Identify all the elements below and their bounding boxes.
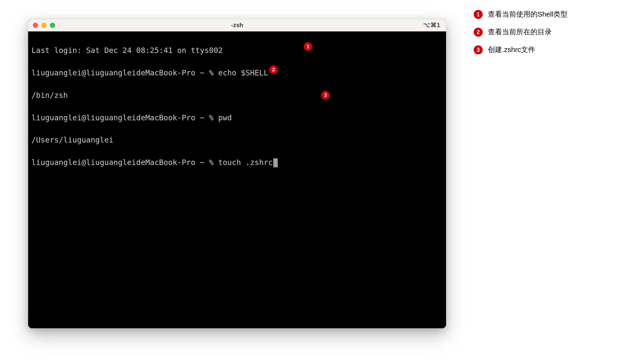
prompt-line-3: liuguanglei@liuguangleideMacBook-Pro ~ %… <box>31 157 443 168</box>
prompt-prefix: liuguanglei@liuguangleideMacBook-Pro ~ % <box>31 113 218 122</box>
legend: 1 查看当前使用的Shell类型 2 查看当前所在的目录 3 创建.zshrc文… <box>474 9 567 55</box>
callout-3: 3 <box>321 91 330 99</box>
cursor <box>273 158 278 167</box>
prompt-line-2: liuguanglei@liuguangleideMacBook-Pro ~ %… <box>31 112 443 123</box>
output-1: /bin/zsh <box>31 90 443 101</box>
legend-text-1: 查看当前使用的Shell类型 <box>488 9 567 19</box>
last-login-line: Last login: Sat Dec 24 08:25:41 on ttys0… <box>31 45 443 56</box>
legend-item-1: 1 查看当前使用的Shell类型 <box>474 9 567 19</box>
legend-item-3: 3 创建.zshrc文件 <box>474 45 567 55</box>
prompt-line-1: liuguanglei@liuguangleideMacBook-Pro ~ %… <box>31 67 443 78</box>
command-1: echo $SHELL <box>218 68 268 77</box>
shortcut-hint: ⌥⌘1 <box>423 22 440 29</box>
output-2: /Users/liuguanglei <box>31 134 443 146</box>
prompt-prefix: liuguanglei@liuguangleideMacBook-Pro ~ % <box>31 158 218 167</box>
minimize-button[interactable] <box>41 23 47 28</box>
legend-num-2: 2 <box>474 28 483 37</box>
traffic-lights <box>33 23 55 28</box>
legend-num-3: 3 <box>474 45 483 54</box>
callout-1: 1 <box>304 42 312 51</box>
callout-2: 2 <box>269 65 278 74</box>
command-2: pwd <box>218 113 232 122</box>
maximize-button[interactable] <box>50 23 55 28</box>
command-3: touch .zshrc <box>218 158 273 167</box>
legend-num-1: 1 <box>474 10 483 19</box>
terminal-body[interactable]: Last login: Sat Dec 24 08:25:41 on ttys0… <box>28 31 446 328</box>
prompt-prefix: liuguanglei@liuguangleideMacBook-Pro ~ % <box>31 68 218 77</box>
legend-text-3: 创建.zshrc文件 <box>488 45 535 55</box>
terminal-window: -zsh ⌥⌘1 Last login: Sat Dec 24 08:25:41… <box>28 19 446 329</box>
legend-text-2: 查看当前所在的目录 <box>488 27 552 37</box>
window-title: -zsh <box>231 22 243 29</box>
title-bar[interactable]: -zsh ⌥⌘1 <box>28 19 446 31</box>
legend-item-2: 2 查看当前所在的目录 <box>474 27 567 37</box>
close-button[interactable] <box>33 23 38 28</box>
